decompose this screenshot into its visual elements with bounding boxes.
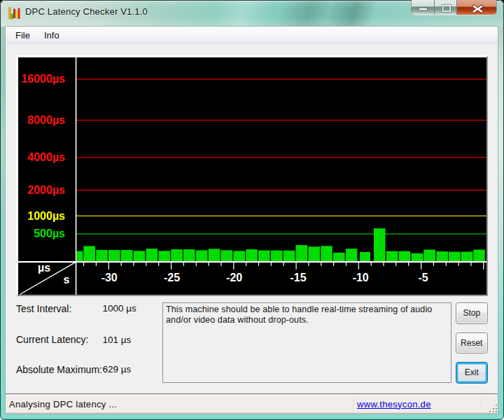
svg-text:2000µs: 2000µs [27,184,65,196]
svg-text:4000µs: 4000µs [27,151,65,163]
svg-text:500µs: 500µs [34,227,65,239]
svg-text:1000µs: 1000µs [27,210,65,222]
svg-text:-20: -20 [226,272,242,284]
svg-text:-25: -25 [164,272,180,284]
svg-text:-5: -5 [418,272,428,284]
svg-text:s: s [64,274,70,286]
svg-text:µs: µs [38,262,50,274]
svg-text:-10: -10 [353,272,369,284]
svg-text:16000µs: 16000µs [21,73,65,85]
svg-text:-30: -30 [102,272,118,284]
svg-text:8000µs: 8000µs [27,114,65,126]
svg-text:-15: -15 [290,272,306,284]
